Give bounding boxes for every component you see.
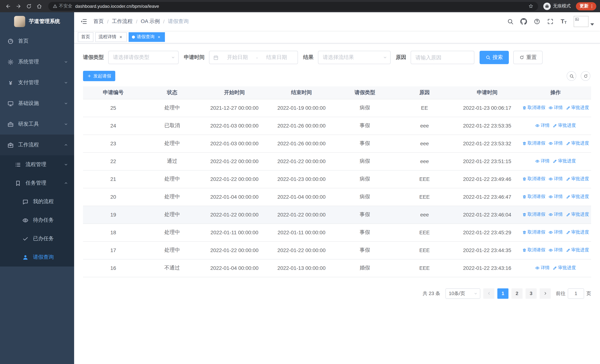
next-page-button[interactable] bbox=[540, 288, 551, 299]
sidebar-item-11[interactable]: 请假查询 bbox=[0, 248, 74, 267]
page-1-button[interactable]: 1 bbox=[497, 288, 508, 299]
progress-action[interactable]: 审批进度 bbox=[566, 212, 589, 218]
progress-action[interactable]: 审批进度 bbox=[566, 247, 589, 253]
page-size-select[interactable]: 10条/页 bbox=[445, 288, 480, 299]
tab-1[interactable]: 流程详情× bbox=[95, 32, 127, 42]
eye-icon bbox=[548, 248, 553, 252]
tab-2[interactable]: 请假查询× bbox=[129, 32, 165, 42]
cancel-action[interactable]: 取消请假 bbox=[522, 105, 545, 111]
sidebar-item-1[interactable]: 系统管理 bbox=[0, 52, 74, 72]
user-menu[interactable] bbox=[574, 16, 594, 27]
bookmark-star-icon[interactable] bbox=[528, 3, 534, 9]
edit-icon bbox=[553, 266, 557, 270]
edit-icon bbox=[566, 141, 570, 146]
github-icon[interactable] bbox=[520, 18, 527, 25]
calendar-icon bbox=[213, 55, 219, 60]
progress-action[interactable]: 审批进度 bbox=[566, 194, 589, 200]
detail-action[interactable]: 详情 bbox=[548, 176, 563, 182]
detail-action[interactable]: 详情 bbox=[548, 229, 563, 235]
create-leave-label: 发起请假 bbox=[94, 73, 111, 79]
goto-page-input[interactable] bbox=[568, 288, 584, 299]
progress-action[interactable]: 审批进度 bbox=[566, 140, 589, 147]
detail-action[interactable]: 详情 bbox=[535, 122, 550, 129]
breadcrumb-item-0[interactable]: 首页 bbox=[94, 18, 104, 25]
prev-page-button[interactable] bbox=[483, 288, 494, 299]
font-size-icon[interactable]: TT bbox=[560, 18, 567, 25]
cancel-action[interactable]: 取消请假 bbox=[522, 140, 545, 147]
page-2-button[interactable]: 2 bbox=[511, 288, 523, 299]
gear-icon bbox=[7, 59, 14, 65]
help-icon[interactable] bbox=[534, 18, 540, 25]
sidebar-item-4[interactable]: 研发工具 bbox=[0, 114, 74, 135]
cell-id-value: 20 bbox=[110, 194, 116, 200]
detail-action[interactable]: 详情 bbox=[548, 140, 563, 147]
cell-reason-value: EEE bbox=[419, 265, 430, 271]
toggle-search-button[interactable] bbox=[567, 71, 576, 81]
sidebar-item-2[interactable]: ¥支付管理 bbox=[0, 72, 74, 93]
detail-action[interactable]: 详情 bbox=[535, 265, 550, 271]
reload-icon[interactable] bbox=[24, 2, 33, 10]
progress-action[interactable]: 审批进度 bbox=[566, 229, 589, 235]
chevron-down-icon bbox=[64, 80, 68, 85]
breadcrumb-item-1[interactable]: 工作流程 bbox=[112, 18, 133, 25]
cancel-action[interactable]: 取消请假 bbox=[522, 176, 545, 182]
close-icon[interactable]: × bbox=[118, 34, 123, 39]
cancel-action[interactable]: 取消请假 bbox=[522, 212, 545, 218]
chevron-down-icon bbox=[64, 60, 68, 64]
breadcrumb-item-2[interactable]: OA 示例 bbox=[141, 18, 160, 25]
sidebar-item-10[interactable]: 已办任务 bbox=[0, 229, 74, 248]
close-icon[interactable]: × bbox=[156, 34, 162, 39]
progress-action[interactable]: 审批进度 bbox=[553, 158, 576, 164]
result-select[interactable]: 请选择流结果 bbox=[318, 51, 391, 64]
chevron-right-icon bbox=[543, 291, 548, 296]
page-3-button[interactable]: 3 bbox=[525, 288, 537, 299]
chevron-up-icon bbox=[64, 143, 68, 147]
sidebar-item-7[interactable]: 任务管理 bbox=[0, 174, 74, 192]
fullscreen-icon[interactable] bbox=[547, 18, 554, 25]
sidebar-item-3[interactable]: 基础设施 bbox=[0, 93, 74, 114]
reason-input[interactable] bbox=[411, 51, 474, 64]
browser-update-button[interactable]: 更新 bbox=[576, 2, 596, 10]
app-logo[interactable]: 芋道管理系统 bbox=[0, 12, 74, 31]
create-leave-button[interactable]: 发起请假 bbox=[83, 71, 115, 81]
page-content: 请假类型 请选择请假类型 申请时间 开始日期 - 结束日期 结果 请选择流结果 bbox=[74, 43, 600, 364]
search-button[interactable]: 搜索 bbox=[479, 51, 509, 64]
refresh-table-button[interactable] bbox=[581, 71, 590, 81]
progress-action[interactable]: 审批进度 bbox=[566, 176, 589, 182]
detail-action[interactable]: 详情 bbox=[548, 247, 563, 253]
cancel-action[interactable]: 取消请假 bbox=[522, 247, 545, 253]
sidebar-item-5[interactable]: 工作流程 bbox=[0, 135, 74, 155]
cancel-action[interactable]: 取消请假 bbox=[522, 194, 545, 200]
search-icon[interactable] bbox=[507, 18, 514, 25]
apply-time-range-picker[interactable]: 开始日期 - 结束日期 bbox=[209, 51, 298, 64]
sidebar-item-9[interactable]: 待办任务 bbox=[0, 211, 74, 229]
cancel-action[interactable]: 取消请假 bbox=[522, 229, 545, 235]
browser-menu-icon[interactable] bbox=[589, 3, 594, 9]
leave-type-select[interactable]: 请选择请假类型 bbox=[108, 51, 179, 64]
home-icon[interactable] bbox=[35, 2, 44, 10]
cell-start-value: 2021-12-27 00:00:00 bbox=[210, 105, 259, 111]
address-bar[interactable]: 不安全 dashboard.yudao.iocoder.cn/bpm/oa/le… bbox=[48, 2, 538, 10]
cancel-action-label: 取消请假 bbox=[527, 194, 545, 200]
tab-0[interactable]: 首页 bbox=[78, 32, 94, 42]
detail-action[interactable]: 详情 bbox=[548, 212, 563, 218]
detail-action[interactable]: 详情 bbox=[548, 105, 563, 111]
security-chip[interactable]: 不安全 bbox=[53, 3, 72, 9]
url-text: dashboard.yudao.iocoder.cn/bpm/oa/leave bbox=[75, 3, 525, 9]
forward-icon[interactable] bbox=[14, 2, 23, 10]
detail-action[interactable]: 详情 bbox=[535, 158, 550, 164]
cell-id-value: 21 bbox=[110, 176, 116, 182]
reset-button[interactable]: 重置 bbox=[513, 51, 543, 64]
progress-action[interactable]: 审批进度 bbox=[566, 105, 589, 111]
progress-action[interactable]: 审批进度 bbox=[553, 122, 576, 129]
back-icon[interactable] bbox=[4, 2, 13, 10]
hamburger-icon[interactable] bbox=[80, 18, 87, 25]
sidebar-item-8[interactable]: 我的流程 bbox=[0, 192, 74, 211]
sidebar-item-6[interactable]: 流程管理 bbox=[0, 155, 74, 174]
cell-start: 2022-01-04 00:00:00 bbox=[201, 188, 268, 206]
progress-action[interactable]: 审批进度 bbox=[553, 265, 576, 271]
column-header-0: 申请编号 bbox=[83, 86, 143, 99]
detail-action[interactable]: 详情 bbox=[548, 194, 563, 200]
sidebar-item-0[interactable]: 首页 bbox=[0, 31, 74, 52]
cell-status-value: 不通过 bbox=[164, 265, 180, 271]
